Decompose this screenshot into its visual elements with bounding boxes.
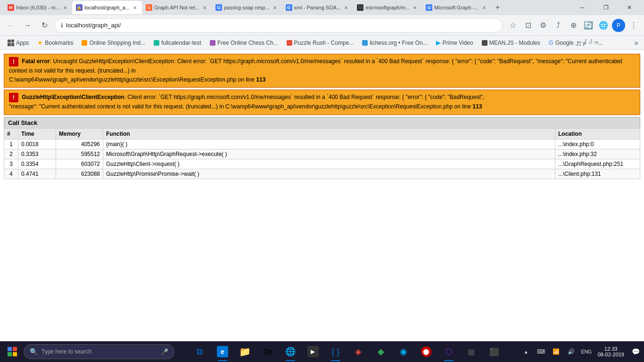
cell-function: GuzzleHttp\Client->request( ) xyxy=(103,159,555,169)
exception-error-text: : Client error: `GET https://graph.micro… xyxy=(124,94,485,101)
bookmark-fullcalendar[interactable]: fullcalendar-test xyxy=(150,38,205,48)
exception-error-prefix: GuzzleHttp\Exception\ClientException xyxy=(22,94,124,101)
cell-time: 0.0018 xyxy=(18,139,56,149)
cell-location: ...\Client.php:131 xyxy=(555,169,640,179)
up-arrow-icon[interactable]: ▲ xyxy=(520,341,533,362)
taskbar-remote[interactable]: ⬛ xyxy=(484,341,504,362)
tab-pasring-close[interactable]: ✕ xyxy=(272,4,278,11)
profile-button[interactable]: P xyxy=(612,19,625,32)
network-icon[interactable]: 📶 xyxy=(550,341,563,362)
tab-github-close[interactable]: ✕ xyxy=(412,4,418,11)
title-bar: M Inbox (6,030) - m... ✕ 🔒 localhost/gra… xyxy=(0,0,644,15)
taskbar-messaging[interactable]: ◉ xyxy=(393,341,414,362)
taskbar-visualstudio[interactable]: ⬡ xyxy=(438,341,459,362)
bookmark-puzzle[interactable]: Puzzle Rush - Compe... xyxy=(283,38,358,48)
extensions-icon[interactable]: ⚙ xyxy=(537,19,550,32)
taskbar-task-view[interactable]: ⧉ xyxy=(190,341,210,362)
tab-msgraph-close[interactable]: ✕ xyxy=(481,4,487,11)
bookmark-meanjs-label: MEAN.JS - Modules xyxy=(489,40,540,46)
tab-gmail[interactable]: M Inbox (6,030) - m... ✕ xyxy=(4,1,72,14)
keyboard-icon[interactable]: ⌨ xyxy=(535,341,548,362)
bookmark-chess[interactable]: Free Online Chess Ch... xyxy=(206,38,282,48)
datetime-display[interactable]: 12:33 08-02-2019 xyxy=(595,341,627,362)
taskbar-search-icon: 🔍 xyxy=(30,348,38,355)
bookmarks-more-button[interactable]: » xyxy=(632,37,640,49)
tab-search-icon[interactable]: ⊡ xyxy=(521,19,535,32)
tab-gmail-label: Inbox (6,030) - m... xyxy=(16,5,60,10)
tab-graphapi[interactable]: G Graph API Not ret... ✕ xyxy=(142,1,212,14)
maximize-button[interactable]: ❐ xyxy=(595,0,617,15)
fatal-error-box: ! Fatal error: Uncaught GuzzleHttp\Excep… xyxy=(4,54,640,88)
bookmark-prime[interactable]: ▶ Prime Video xyxy=(432,37,477,48)
tab-graphapi-label: Graph API Not ret... xyxy=(154,5,199,10)
fatal-error-text: : Uncaught GuzzleHttp\Exception\ClientEx… xyxy=(9,58,622,74)
page-content: ! Fatal error: Uncaught GuzzleHttp\Excep… xyxy=(0,50,644,315)
taskbar-store[interactable]: 🛍 xyxy=(257,341,278,362)
taskbar-mic-icon[interactable]: 🎤 xyxy=(161,348,168,355)
bookmark-fullcalendar-label: fullcalendar-test xyxy=(161,40,201,46)
bookmark-star-icon[interactable]: ☆ xyxy=(506,19,520,32)
taskbar-github-desktop[interactable]: ⬤ xyxy=(416,341,437,362)
notification-button[interactable]: 💬 xyxy=(629,341,642,362)
tab-xml-label: xml - Parsing SOA... xyxy=(294,5,341,10)
refresh-button[interactable]: ↻ xyxy=(38,19,51,32)
taskbar-system-tray: ▲ ⌨ 📶 🔊 ENG 12:33 08-02-2019 💬 xyxy=(520,341,642,362)
taskbar-maps[interactable]: ◆ xyxy=(371,341,391,362)
close-button[interactable]: ✕ xyxy=(619,0,640,15)
settings-icon[interactable]: ⋮ xyxy=(627,19,640,32)
volume-icon[interactable]: 🔊 xyxy=(565,341,578,362)
taskbar-chrome[interactable]: 🌐 xyxy=(280,341,301,362)
bookmark-meanjs[interactable]: MEAN.JS - Modules xyxy=(478,38,544,48)
tab-msgraph[interactable]: G Microsoft Graph -... ✕ xyxy=(422,1,491,14)
bookmark-lichess[interactable]: lichess.org • Free On... xyxy=(358,38,431,48)
vscode-icon: { } xyxy=(330,346,341,357)
bookmark-bookmarks[interactable]: ★ Bookmarks xyxy=(33,37,77,48)
download-icon[interactable]: ⊕ xyxy=(567,19,580,32)
new-tab-button[interactable]: + xyxy=(491,1,504,14)
cell-memory: 595512 xyxy=(56,149,103,159)
forward-button[interactable]: → xyxy=(21,19,34,32)
start-button[interactable] xyxy=(2,341,23,362)
sync-icon[interactable]: 🔄 xyxy=(582,19,595,32)
translate-icon[interactable]: 🌐 xyxy=(597,19,610,32)
table-row: 4 0.4741 623088 GuzzleHttp\Promise\Promi… xyxy=(4,169,640,179)
bookmark-shopping[interactable]: Online Shopping Ind... xyxy=(78,38,149,48)
bookmark-google[interactable]: G Google ကျွန်ုပ်ဘ... xyxy=(545,37,607,48)
remote-icon: ⬛ xyxy=(488,346,500,357)
tab-localhost-label: localhost/graph_a... xyxy=(84,5,130,10)
taskbar-search-bar[interactable]: 🔍 Type here to search 🎤 xyxy=(24,344,174,359)
minimize-button[interactable]: ─ xyxy=(571,0,593,15)
tab-msgraph-label: Microsoft Graph -... xyxy=(434,5,479,10)
tab-graphapi-close[interactable]: ✕ xyxy=(201,4,208,11)
tab-localhost-close[interactable]: ✕ xyxy=(132,4,138,11)
tab-pasring[interactable]: G pasring soap resp... ✕ xyxy=(212,1,282,14)
back-button[interactable]: ← xyxy=(4,19,17,32)
taskbar-terminal[interactable]: ▶ xyxy=(303,341,323,362)
tab-xml-close[interactable]: ✕ xyxy=(343,4,349,11)
tab-strip: M Inbox (6,030) - m... ✕ 🔒 localhost/gra… xyxy=(4,1,570,14)
taskbar-explorer[interactable]: 📁 xyxy=(235,341,256,362)
taskbar-vscode[interactable]: { } xyxy=(325,341,346,362)
cell-time: 0.3354 xyxy=(18,159,56,169)
prime-icon: ▶ xyxy=(436,39,441,46)
language-label[interactable]: ENG xyxy=(580,341,593,362)
taskbar-calculator[interactable]: ▦ xyxy=(461,341,482,362)
tab-gmail-close[interactable]: ✕ xyxy=(62,4,68,11)
tab-github[interactable]: ⚫ microsoftgraph/m... ✕ xyxy=(353,1,422,14)
url-text: localhost/graph_api/ xyxy=(66,22,121,29)
col-header-function: Function xyxy=(103,128,555,139)
calendar-icon xyxy=(154,40,159,46)
url-security-icon: ℹ xyxy=(61,22,63,29)
chrome-icon: 🌐 xyxy=(285,346,296,357)
tab-localhost[interactable]: 🔒 localhost/graph_a... ✕ xyxy=(72,1,142,14)
date-display: 08-02-2019 xyxy=(598,352,624,357)
taskbar-git[interactable]: ◈ xyxy=(348,341,369,362)
bookmark-apps[interactable]: Apps xyxy=(4,38,33,48)
history-icon[interactable]: ⤴ xyxy=(552,19,565,32)
tab-xml[interactable]: G xml - Parsing SOA... ✕ xyxy=(282,1,354,14)
exception-error-box: ! GuzzleHttp\Exception\ClientException: … xyxy=(4,90,640,115)
task-view-icon: ⧉ xyxy=(194,346,206,357)
taskbar-edge[interactable]: e xyxy=(212,341,233,362)
vs-indicator xyxy=(444,360,454,361)
url-bar[interactable]: ℹ localhost/graph_api/ xyxy=(55,18,503,33)
